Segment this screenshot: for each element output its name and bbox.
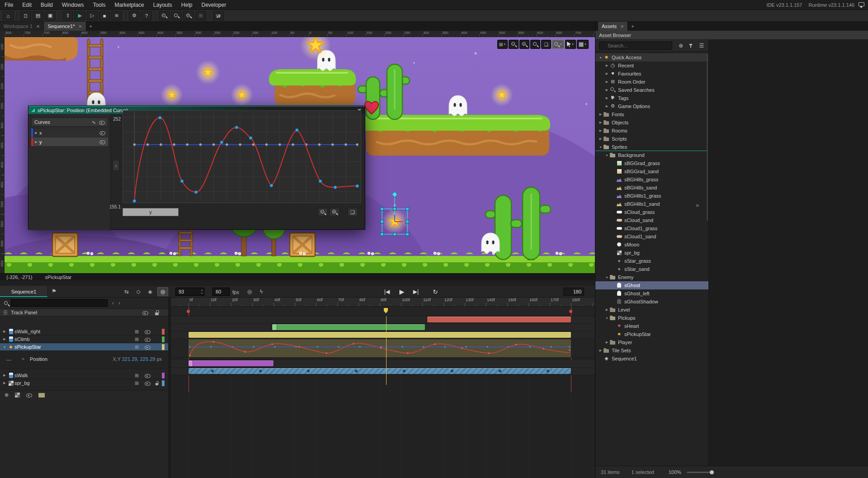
asset-tree-item[interactable]: sStar_grass bbox=[595, 257, 708, 265]
new-tab-button[interactable]: + bbox=[628, 22, 637, 31]
asset-tree-item[interactable]: ▶ Tags bbox=[595, 94, 708, 102]
onion-skin-button[interactable]: ◎ bbox=[244, 287, 255, 296]
canvas-zoom-out-button[interactable]: − bbox=[509, 40, 519, 49]
asset-tree-item[interactable]: ▶ Rooms bbox=[595, 127, 708, 135]
asset-span-spickupstar[interactable] bbox=[189, 332, 571, 338]
new-tab-button[interactable]: + bbox=[86, 22, 95, 31]
instant-playback-button[interactable]: ϟ bbox=[256, 287, 267, 296]
grid-1-1-button[interactable]: ⊞ bbox=[195, 11, 206, 20]
tab-workspace1[interactable]: Workspace 1✕ bbox=[0, 22, 44, 31]
asset-tree-item[interactable]: sCloud_grass bbox=[595, 208, 708, 216]
channel-row[interactable]: ▶ y bbox=[31, 137, 108, 146]
visibility-icon[interactable] bbox=[142, 311, 148, 315]
expand-arrow[interactable]: ▶ bbox=[604, 341, 609, 344]
track-panel-menu-icon[interactable]: ☰ bbox=[3, 310, 8, 316]
asset-tree-item[interactable]: ▼ Sprites bbox=[595, 143, 708, 151]
expand-arrow[interactable]: ▶ bbox=[604, 64, 609, 67]
filter-icon[interactable] bbox=[687, 42, 695, 49]
visibility-icon[interactable] bbox=[99, 140, 105, 144]
curve-plot[interactable] bbox=[123, 110, 361, 203]
lane-swalk-right[interactable] bbox=[171, 316, 595, 324]
menu-windows[interactable]: Windows bbox=[57, 2, 89, 8]
expand-arrow[interactable]: ▶ bbox=[604, 72, 609, 76]
fit-view-button[interactable]: ❏ bbox=[541, 40, 551, 49]
asset-tree-item[interactable]: sMoon bbox=[595, 241, 708, 249]
track-search-input[interactable] bbox=[11, 299, 108, 307]
expand-arrow[interactable]: ▶ bbox=[598, 113, 603, 116]
panel-menu-icon[interactable]: ☰ bbox=[698, 42, 706, 49]
curve-zoom-out-button[interactable]: − bbox=[318, 208, 328, 216]
fit-keys-button[interactable]: ⇆ bbox=[121, 287, 132, 296]
add-track-button[interactable]: ⊕ bbox=[5, 392, 9, 398]
track-row-sclimb[interactable]: ▶ sClimb ⊞ bbox=[0, 336, 168, 343]
visibility-icon[interactable] bbox=[26, 393, 32, 397]
loop-button[interactable]: ↻ bbox=[429, 287, 441, 296]
home-button[interactable]: ⌂ bbox=[3, 11, 14, 20]
sequence-length[interactable]: 180 bbox=[563, 288, 584, 296]
lane-position-curve[interactable] bbox=[171, 339, 595, 358]
auto-record-toggle[interactable]: ◎ bbox=[157, 287, 168, 296]
asset-tree-item[interactable]: Sequence1 bbox=[595, 355, 708, 363]
lock-icon[interactable] bbox=[155, 381, 159, 385]
expand-arrow[interactable]: ▶ bbox=[604, 308, 609, 312]
play-button[interactable]: ▶ bbox=[396, 287, 408, 296]
asset-tree-item[interactable]: ▶ Favourites bbox=[595, 70, 708, 78]
add-key-icon[interactable]: ⊞ bbox=[135, 373, 139, 379]
asset-tree-item[interactable]: sCloud_sand bbox=[595, 216, 708, 224]
asset-tree-item[interactable]: ▼ Background bbox=[595, 151, 708, 159]
asset-tree-item[interactable]: ▶ Recent bbox=[595, 62, 708, 70]
expand-arrow[interactable]: ▼ bbox=[604, 276, 609, 279]
select-tool-button[interactable]: ▼ bbox=[565, 40, 576, 49]
asset-tree-item[interactable]: sBGHills_sand bbox=[595, 184, 708, 192]
curve-zoom-in-button[interactable]: + bbox=[330, 208, 340, 216]
position-parameter-row[interactable]: — ○ Position X,Y221.29, 225.29px bbox=[0, 351, 168, 369]
lane-spr-bg[interactable] bbox=[171, 368, 595, 375]
expand-arrow[interactable]: ▼ bbox=[598, 56, 603, 59]
visibility-icon[interactable] bbox=[99, 131, 105, 135]
zoom-slider[interactable] bbox=[687, 472, 713, 473]
current-frame-input[interactable]: 93▲▼ bbox=[175, 288, 204, 296]
menu-layouts[interactable]: Layouts bbox=[149, 2, 177, 8]
fps-input[interactable]: 60 bbox=[212, 288, 230, 296]
canvas-zoom-button[interactable] bbox=[530, 40, 540, 49]
expand-arrow[interactable]: ▶ bbox=[598, 129, 603, 133]
lane-swalk[interactable] bbox=[171, 360, 595, 368]
tab-assets[interactable]: Assets✕ bbox=[598, 22, 628, 31]
asset-tree-item[interactable]: ▶ Level bbox=[595, 306, 708, 314]
asset-search-input[interactable] bbox=[599, 42, 672, 50]
expand-arrow[interactable]: ▼ bbox=[604, 154, 609, 157]
track-row-swalk[interactable]: ▶ sWalk ⊞ bbox=[0, 372, 168, 379]
stop-button[interactable]: ■ bbox=[99, 11, 110, 20]
film-icon[interactable] bbox=[15, 393, 20, 398]
asset-tree-item[interactable]: sGhostShadow bbox=[595, 298, 708, 306]
asset-tree-item[interactable]: ▶ Room Order bbox=[595, 78, 708, 86]
keyframe-button[interactable]: ◇ bbox=[133, 287, 144, 296]
add-key-icon[interactable]: ⊞ bbox=[135, 380, 139, 386]
zoom-reset-button[interactable] bbox=[171, 11, 182, 20]
track-row-spickupstar[interactable]: ▼★ sPickupStar ⊞ bbox=[0, 343, 168, 351]
close-icon[interactable]: ✕ bbox=[36, 24, 40, 29]
expand-arrow[interactable]: ▼ bbox=[604, 317, 609, 320]
y-channel-keys[interactable] bbox=[133, 116, 359, 203]
visibility-icon[interactable] bbox=[145, 374, 151, 378]
asset-tree-item[interactable]: sGhost_left bbox=[595, 289, 708, 298]
expand-arrow[interactable]: ▶ bbox=[598, 349, 603, 352]
menu-marketplace[interactable]: Marketplace bbox=[110, 2, 148, 8]
grid-options-button[interactable]: ⊞▼ bbox=[497, 40, 508, 49]
timeline-lanes[interactable] bbox=[171, 316, 595, 478]
add-asset-button[interactable]: ⊕ bbox=[677, 42, 685, 49]
asset-tree-item[interactable]: ▶ Scripts bbox=[595, 135, 708, 143]
canvas-zoom-in-button[interactable]: + bbox=[519, 40, 529, 49]
playhead-line[interactable] bbox=[386, 316, 387, 385]
asset-tree-item[interactable]: sBGHills_grass bbox=[595, 175, 708, 184]
asset-tree-item[interactable]: sGhost bbox=[595, 281, 708, 289]
asset-tree-item[interactable]: sBGHills1_grass bbox=[595, 192, 708, 200]
folder-icon[interactable] bbox=[38, 393, 45, 398]
expand-arrow[interactable]: ▶ bbox=[598, 137, 603, 141]
fill-tool-button[interactable]: ▼ bbox=[577, 40, 589, 49]
asset-span-swalk[interactable] bbox=[189, 360, 274, 366]
sequence-tab[interactable]: Sequence1 bbox=[0, 286, 48, 297]
debug-button[interactable]: ▷ bbox=[87, 11, 98, 20]
expand-arrow[interactable]: ▶ bbox=[33, 140, 39, 144]
asset-tree-item[interactable]: sBGGrad_sand bbox=[595, 167, 708, 175]
